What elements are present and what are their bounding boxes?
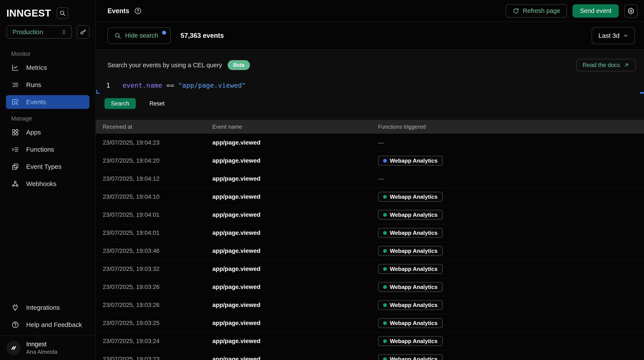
sidebar-item-help-and-feedback[interactable]: Help and Feedback: [6, 318, 90, 332]
function-badge-label: Webapp Analytics: [390, 356, 438, 360]
event-row[interactable]: 23/07/2025, 19:04:20 app/page.viewed Web…: [96, 152, 644, 170]
event-row[interactable]: 23/07/2025, 19:04:10 app/page.viewed Web…: [96, 188, 644, 206]
received-at-cell: 23/07/2025, 19:03:23: [96, 350, 212, 360]
sidebar-item-label: Apps: [26, 129, 41, 136]
function-badge-label: Webapp Analytics: [390, 194, 438, 200]
sidebar-item-integrations[interactable]: Integrations: [6, 301, 90, 314]
function-badge[interactable]: Webapp Analytics: [378, 318, 443, 328]
function-badge[interactable]: Webapp Analytics: [378, 264, 443, 274]
function-badge-label: Webapp Analytics: [390, 212, 438, 218]
hide-search-button[interactable]: Hide search: [108, 27, 171, 44]
nav-section-monitor: Monitor: [11, 51, 90, 57]
user-name: Ana Almeida: [26, 349, 58, 355]
plug-icon: [11, 303, 20, 312]
function-badge[interactable]: Webapp Analytics: [378, 228, 443, 238]
sidebar-item-webhooks[interactable]: Webhooks: [6, 177, 90, 191]
cel-panel-header: Search your events by using a CEL query …: [96, 49, 644, 71]
webhooks-icon: [11, 180, 20, 188]
event-row[interactable]: 23/07/2025, 19:03:23 app/page.viewed Web…: [96, 350, 644, 360]
functions-icon: [11, 145, 20, 153]
sidebar-item-runs[interactable]: Runs: [6, 78, 90, 92]
function-status-dot: [383, 303, 387, 307]
cel-panel-actions: Search Reset: [96, 98, 644, 109]
sidebar-item-label: Help and Feedback: [26, 321, 82, 328]
function-badge[interactable]: Webapp Analytics: [378, 354, 443, 360]
functions-cell: Webapp Analytics: [378, 206, 644, 224]
environment-selector[interactable]: Production: [6, 25, 72, 39]
function-badge[interactable]: Webapp Analytics: [378, 210, 443, 220]
functions-cell: Webapp Analytics: [378, 242, 644, 260]
sidebar: INNGEST Production Monitor: [0, 0, 96, 360]
refresh-page-button[interactable]: Refresh page: [506, 4, 567, 18]
time-range-selector[interactable]: Last 3d: [592, 27, 635, 44]
no-functions-dash: —: [378, 139, 384, 146]
column-header-functions-triggered[interactable]: Functions triggered: [378, 120, 644, 134]
send-event-button[interactable]: Send event: [572, 4, 619, 18]
functions-cell: Webapp Analytics: [378, 224, 644, 242]
event-row[interactable]: 23/07/2025, 19:03:26 app/page.viewed Web…: [96, 278, 644, 296]
function-badge-label: Webapp Analytics: [390, 320, 438, 326]
function-badge[interactable]: Webapp Analytics: [378, 336, 443, 346]
function-badge[interactable]: Webapp Analytics: [378, 246, 443, 256]
function-badge-label: Webapp Analytics: [390, 284, 438, 290]
avatar: [6, 341, 20, 355]
reset-button[interactable]: Reset: [150, 100, 165, 107]
search-icon: [59, 10, 66, 16]
sidebar-item-label: Runs: [26, 81, 41, 88]
functions-cell: Webapp Analytics: [378, 278, 644, 296]
profile-menu[interactable]: Inngest Ana Almeida: [0, 335, 96, 360]
search-icon: [114, 32, 121, 39]
function-badge[interactable]: Webapp Analytics: [378, 156, 443, 166]
function-badge-label: Webapp Analytics: [390, 338, 438, 344]
function-badge[interactable]: Webapp Analytics: [378, 300, 443, 310]
sidebar-nav: Monitor Metrics Runs Events Manage: [0, 39, 96, 194]
event-row[interactable]: 23/07/2025, 19:04:01 app/page.viewed Web…: [96, 224, 644, 242]
event-row[interactable]: 23/07/2025, 19:03:24 app/page.viewed Web…: [96, 332, 644, 350]
chevron-down-icon: [622, 33, 629, 39]
column-header-received-at[interactable]: Received at: [96, 120, 212, 134]
question-circle-icon[interactable]: [134, 7, 142, 15]
event-row[interactable]: 23/07/2025, 19:03:25 app/page.viewed Web…: [96, 314, 644, 332]
event-row[interactable]: 23/07/2025, 19:04:12 app/page.viewed —: [96, 170, 644, 188]
event-row[interactable]: 23/07/2025, 19:03:46 app/page.viewed Web…: [96, 242, 644, 260]
function-badge[interactable]: Webapp Analytics: [378, 282, 443, 292]
refresh-page-label: Refresh page: [523, 7, 560, 14]
sidebar-item-apps[interactable]: Apps: [6, 125, 90, 139]
help-icon: [11, 321, 20, 329]
refresh-icon: [512, 8, 519, 14]
sidebar-item-label: Integrations: [26, 304, 60, 311]
read-the-docs-button[interactable]: Read the docs: [576, 59, 636, 71]
events-toolbar: Hide search 57,363 events Last 3d: [96, 22, 644, 49]
settings-button[interactable]: [624, 4, 638, 18]
event-name-cell: app/page.viewed: [212, 350, 378, 360]
event-name-cell: app/page.viewed: [212, 134, 378, 152]
event-row[interactable]: 23/07/2025, 19:04:23 app/page.viewed —: [96, 134, 644, 152]
hide-search-label: Hide search: [125, 32, 158, 39]
sidebar-item-events[interactable]: Events: [6, 95, 90, 109]
function-badge-label: Webapp Analytics: [390, 266, 438, 272]
global-search-button[interactable]: [57, 7, 68, 19]
sidebar-item-functions[interactable]: Functions: [6, 143, 90, 156]
functions-cell: Webapp Analytics: [378, 332, 644, 350]
event-row[interactable]: 23/07/2025, 19:03:26 app/page.viewed Web…: [96, 296, 644, 314]
cel-query-code[interactable]: event.name == "app/page.viewed": [122, 82, 246, 89]
event-keys-button[interactable]: [76, 25, 90, 39]
sidebar-item-metrics[interactable]: Metrics: [6, 61, 90, 75]
cel-query-editor[interactable]: 1 event.name == "app/page.viewed": [96, 82, 644, 89]
function-status-dot: [383, 213, 387, 217]
event-row[interactable]: 23/07/2025, 19:04:01 app/page.viewed Web…: [96, 206, 644, 224]
search-button[interactable]: Search: [104, 98, 136, 109]
event-name-cell: app/page.viewed: [212, 296, 378, 314]
function-badge[interactable]: Webapp Analytics: [378, 192, 443, 202]
logo-row: INNGEST: [0, 0, 96, 20]
event-row[interactable]: 23/07/2025, 19:03:32 app/page.viewed Web…: [96, 260, 644, 278]
event-name-cell: app/page.viewed: [212, 242, 378, 260]
functions-cell: Webapp Analytics: [378, 188, 644, 206]
column-header-event-name[interactable]: Event name: [212, 120, 378, 134]
functions-cell: Webapp Analytics: [378, 314, 644, 332]
received-at-cell: 23/07/2025, 19:04:12: [96, 170, 212, 188]
arrow-up-right-icon: [624, 62, 630, 68]
function-status-dot: [383, 159, 387, 163]
sidebar-item-event-types[interactable]: Event Types: [6, 160, 90, 173]
sidebar-item-label: Events: [26, 98, 46, 106]
